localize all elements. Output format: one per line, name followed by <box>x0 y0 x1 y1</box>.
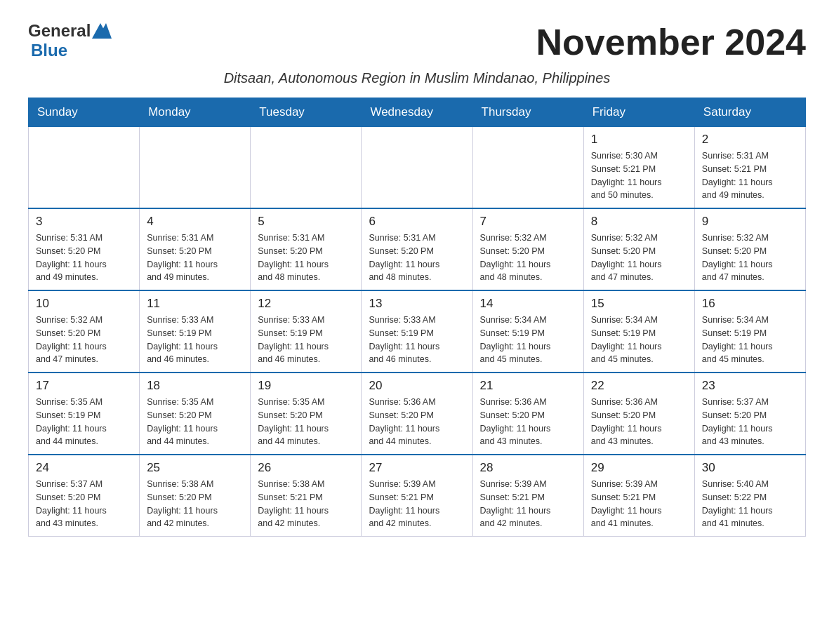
day-info: Sunrise: 5:31 AM Sunset: 5:20 PM Dayligh… <box>36 232 132 284</box>
logo-blue-text: Blue <box>31 41 67 60</box>
day-number: 29 <box>591 461 687 475</box>
calendar-cell: 27Sunrise: 5:39 AM Sunset: 5:21 PM Dayli… <box>362 455 472 537</box>
day-number: 14 <box>480 297 576 311</box>
day-number: 10 <box>36 297 132 311</box>
calendar-header-saturday: Saturday <box>694 98 805 127</box>
day-number: 1 <box>591 133 687 147</box>
day-info: Sunrise: 5:36 AM Sunset: 5:20 PM Dayligh… <box>591 396 687 448</box>
calendar-cell <box>362 127 472 209</box>
day-info: Sunrise: 5:38 AM Sunset: 5:20 PM Dayligh… <box>147 478 243 530</box>
day-number: 28 <box>480 461 576 475</box>
day-info: Sunrise: 5:40 AM Sunset: 5:22 PM Dayligh… <box>702 478 798 530</box>
calendar-cell: 25Sunrise: 5:38 AM Sunset: 5:20 PM Dayli… <box>140 455 251 537</box>
day-number: 6 <box>369 215 465 229</box>
logo-arrows-icon <box>92 23 112 39</box>
calendar-cell: 13Sunrise: 5:33 AM Sunset: 5:19 PM Dayli… <box>362 290 472 373</box>
calendar-cell: 20Sunrise: 5:36 AM Sunset: 5:20 PM Dayli… <box>362 373 472 455</box>
calendar-cell: 22Sunrise: 5:36 AM Sunset: 5:20 PM Dayli… <box>583 373 694 455</box>
calendar-cell: 16Sunrise: 5:34 AM Sunset: 5:19 PM Dayli… <box>694 290 805 373</box>
day-info: Sunrise: 5:34 AM Sunset: 5:19 PM Dayligh… <box>591 314 687 366</box>
calendar-cell <box>251 127 362 209</box>
day-info: Sunrise: 5:32 AM Sunset: 5:20 PM Dayligh… <box>591 232 687 284</box>
calendar-cell: 15Sunrise: 5:34 AM Sunset: 5:19 PM Dayli… <box>583 290 694 373</box>
day-info: Sunrise: 5:34 AM Sunset: 5:19 PM Dayligh… <box>480 314 576 366</box>
day-info: Sunrise: 5:31 AM Sunset: 5:21 PM Dayligh… <box>702 149 798 202</box>
day-number: 17 <box>36 379 132 393</box>
calendar-cell: 4Sunrise: 5:31 AM Sunset: 5:20 PM Daylig… <box>140 208 251 290</box>
day-info: Sunrise: 5:33 AM Sunset: 5:19 PM Dayligh… <box>147 314 243 366</box>
calendar-header-monday: Monday <box>140 98 251 127</box>
calendar-cell: 12Sunrise: 5:33 AM Sunset: 5:19 PM Dayli… <box>251 290 362 373</box>
calendar-cell: 19Sunrise: 5:35 AM Sunset: 5:20 PM Dayli… <box>251 373 362 455</box>
calendar-cell: 17Sunrise: 5:35 AM Sunset: 5:19 PM Dayli… <box>29 373 140 455</box>
subtitle: Ditsaan, Autonomous Region in Muslim Min… <box>28 70 806 86</box>
day-info: Sunrise: 5:38 AM Sunset: 5:21 PM Dayligh… <box>258 478 354 530</box>
calendar-cell: 29Sunrise: 5:39 AM Sunset: 5:21 PM Dayli… <box>583 455 694 537</box>
day-number: 2 <box>702 133 798 147</box>
day-number: 25 <box>147 461 243 475</box>
day-info: Sunrise: 5:34 AM Sunset: 5:19 PM Dayligh… <box>702 314 798 366</box>
day-info: Sunrise: 5:33 AM Sunset: 5:19 PM Dayligh… <box>258 314 354 366</box>
day-number: 5 <box>258 215 354 229</box>
calendar-header-friday: Friday <box>583 98 694 127</box>
calendar-cell: 26Sunrise: 5:38 AM Sunset: 5:21 PM Dayli… <box>251 455 362 537</box>
day-info: Sunrise: 5:32 AM Sunset: 5:20 PM Dayligh… <box>36 314 132 366</box>
calendar-cell: 30Sunrise: 5:40 AM Sunset: 5:22 PM Dayli… <box>694 455 805 537</box>
calendar-cell <box>140 127 251 209</box>
calendar-header-tuesday: Tuesday <box>251 98 362 127</box>
calendar-cell: 3Sunrise: 5:31 AM Sunset: 5:20 PM Daylig… <box>29 208 140 290</box>
day-info: Sunrise: 5:31 AM Sunset: 5:20 PM Dayligh… <box>258 232 354 284</box>
calendar-table: SundayMondayTuesdayWednesdayThursdayFrid… <box>28 98 806 537</box>
day-number: 3 <box>36 215 132 229</box>
calendar-week-row: 1Sunrise: 5:30 AM Sunset: 5:21 PM Daylig… <box>29 127 806 209</box>
calendar-cell <box>29 127 140 209</box>
logo-general-text: General <box>28 21 91 41</box>
day-number: 8 <box>591 215 687 229</box>
calendar-header-row: SundayMondayTuesdayWednesdayThursdayFrid… <box>29 98 806 127</box>
calendar-week-row: 10Sunrise: 5:32 AM Sunset: 5:20 PM Dayli… <box>29 290 806 373</box>
logo: General Blue <box>28 21 112 60</box>
calendar-cell: 14Sunrise: 5:34 AM Sunset: 5:19 PM Dayli… <box>472 290 583 373</box>
calendar-cell: 24Sunrise: 5:37 AM Sunset: 5:20 PM Dayli… <box>29 455 140 537</box>
calendar-cell <box>472 127 583 209</box>
day-number: 18 <box>147 379 243 393</box>
day-number: 12 <box>258 297 354 311</box>
calendar-week-row: 24Sunrise: 5:37 AM Sunset: 5:20 PM Dayli… <box>29 455 806 537</box>
day-number: 15 <box>591 297 687 311</box>
day-number: 11 <box>147 297 243 311</box>
day-number: 27 <box>369 461 465 475</box>
calendar-header-wednesday: Wednesday <box>362 98 472 127</box>
day-info: Sunrise: 5:39 AM Sunset: 5:21 PM Dayligh… <box>480 478 576 530</box>
calendar-week-row: 17Sunrise: 5:35 AM Sunset: 5:19 PM Dayli… <box>29 373 806 455</box>
day-info: Sunrise: 5:33 AM Sunset: 5:19 PM Dayligh… <box>369 314 465 366</box>
calendar-cell: 11Sunrise: 5:33 AM Sunset: 5:19 PM Dayli… <box>140 290 251 373</box>
day-info: Sunrise: 5:36 AM Sunset: 5:20 PM Dayligh… <box>480 396 576 448</box>
day-info: Sunrise: 5:32 AM Sunset: 5:20 PM Dayligh… <box>702 232 798 284</box>
calendar-cell: 5Sunrise: 5:31 AM Sunset: 5:20 PM Daylig… <box>251 208 362 290</box>
day-number: 23 <box>702 379 798 393</box>
day-info: Sunrise: 5:35 AM Sunset: 5:20 PM Dayligh… <box>147 396 243 448</box>
day-info: Sunrise: 5:30 AM Sunset: 5:21 PM Dayligh… <box>591 149 687 202</box>
day-number: 24 <box>36 461 132 475</box>
calendar-cell: 10Sunrise: 5:32 AM Sunset: 5:20 PM Dayli… <box>29 290 140 373</box>
header: General Blue November 2024 <box>28 21 806 63</box>
calendar-cell: 18Sunrise: 5:35 AM Sunset: 5:20 PM Dayli… <box>140 373 251 455</box>
day-number: 9 <box>702 215 798 229</box>
day-info: Sunrise: 5:35 AM Sunset: 5:20 PM Dayligh… <box>258 396 354 448</box>
day-number: 22 <box>591 379 687 393</box>
day-number: 4 <box>147 215 243 229</box>
day-number: 13 <box>369 297 465 311</box>
day-info: Sunrise: 5:37 AM Sunset: 5:20 PM Dayligh… <box>702 396 798 448</box>
day-number: 19 <box>258 379 354 393</box>
day-info: Sunrise: 5:37 AM Sunset: 5:20 PM Dayligh… <box>36 478 132 530</box>
day-info: Sunrise: 5:39 AM Sunset: 5:21 PM Dayligh… <box>369 478 465 530</box>
calendar-week-row: 3Sunrise: 5:31 AM Sunset: 5:20 PM Daylig… <box>29 208 806 290</box>
calendar-cell: 9Sunrise: 5:32 AM Sunset: 5:20 PM Daylig… <box>694 208 805 290</box>
calendar-header-sunday: Sunday <box>29 98 140 127</box>
day-number: 7 <box>480 215 576 229</box>
calendar-cell: 21Sunrise: 5:36 AM Sunset: 5:20 PM Dayli… <box>472 373 583 455</box>
page-title: November 2024 <box>536 21 806 63</box>
calendar-cell: 6Sunrise: 5:31 AM Sunset: 5:20 PM Daylig… <box>362 208 472 290</box>
day-number: 16 <box>702 297 798 311</box>
day-number: 20 <box>369 379 465 393</box>
